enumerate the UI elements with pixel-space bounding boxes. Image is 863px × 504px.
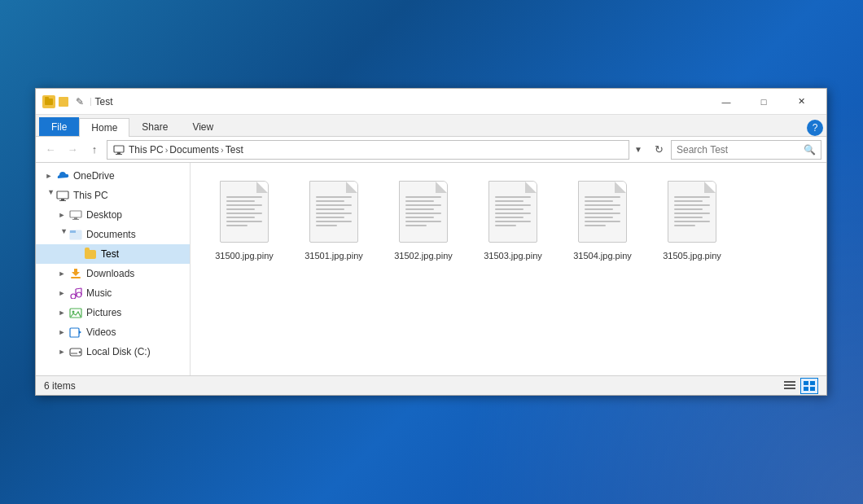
details-view-btn[interactable]	[781, 378, 799, 394]
thispc-expand-arrow: ►	[42, 189, 55, 202]
doc-icon-2	[399, 181, 448, 243]
close-button[interactable]: ✕	[782, 89, 820, 115]
qat-icon-1	[59, 97, 68, 107]
up-button[interactable]: ↑	[85, 140, 104, 160]
documents-label: Documents	[86, 229, 136, 240]
ribbon-tabs: File Home Share View ?	[36, 115, 826, 136]
file-icon-0	[215, 176, 274, 248]
svg-point-13	[71, 294, 76, 299]
svg-rect-26	[784, 384, 795, 386]
svg-rect-4	[61, 199, 64, 200]
svg-marker-11	[72, 269, 80, 276]
maximize-button[interactable]: □	[745, 89, 782, 115]
tab-share[interactable]: Share	[129, 117, 180, 136]
svg-rect-31	[810, 387, 815, 391]
videos-expand-arrow: ►	[55, 326, 68, 339]
pictures-expand-arrow: ►	[55, 306, 68, 319]
svg-rect-5	[59, 200, 66, 201]
onedrive-label: OneDrive	[73, 170, 115, 182]
svg-rect-7	[74, 217, 77, 219]
doc-icon-3	[488, 181, 537, 243]
sidebar-item-localdisk[interactable]: ► Local Disk (C:)	[36, 342, 190, 362]
svg-rect-30	[804, 387, 808, 391]
desktop-expand-arrow: ►	[55, 208, 68, 221]
file-item-3[interactable]: 31503.jpg.piny	[472, 171, 554, 266]
videos-label: Videos	[86, 327, 116, 338]
tab-file[interactable]: File	[39, 117, 79, 136]
item-count: 6 items	[44, 380, 781, 392]
file-icon-5	[663, 176, 721, 248]
address-path[interactable]: This PC › Documents › Test	[107, 140, 629, 160]
sidebar-item-downloads[interactable]: ► Downloads	[36, 264, 190, 283]
window-folder-icon	[42, 95, 55, 108]
window-title: Test	[95, 96, 707, 107]
sidebar-item-music[interactable]: ► Music	[36, 283, 190, 303]
file-icon-1	[304, 176, 363, 248]
file-name-1: 31501.jpg.piny	[304, 250, 363, 261]
localdisk-label: Local Disk (C:)	[86, 346, 151, 357]
svg-point-23	[79, 351, 81, 353]
sidebar-item-documents[interactable]: ► Documents	[36, 225, 190, 244]
onedrive-icon	[55, 169, 70, 183]
file-name-0: 31500.jpg.piny	[215, 250, 274, 261]
file-item-5[interactable]: 31505.jpg.piny	[651, 171, 733, 266]
qat-properties-btn[interactable]: ✎	[72, 94, 88, 110]
address-bar: ← → ↑ This PC › Documents › Test ▼ ↻ 🔍	[36, 137, 826, 163]
back-button[interactable]: ←	[41, 140, 60, 160]
svg-rect-10	[70, 230, 76, 233]
tiles-view-btn[interactable]	[800, 378, 818, 394]
file-item-2[interactable]: 31502.jpg.piny	[383, 171, 464, 266]
svg-rect-27	[784, 388, 795, 389]
downloads-label: Downloads	[86, 268, 134, 279]
test-folder-icon	[83, 247, 98, 261]
file-name-4: 31504.jpg.piny	[573, 250, 632, 261]
title-bar: ✎ | Test — □ ✕	[36, 89, 826, 115]
file-item-4[interactable]: 31504.jpg.piny	[562, 171, 643, 266]
svg-point-14	[77, 292, 81, 297]
svg-rect-29	[810, 381, 815, 385]
path-pc-icon	[112, 143, 125, 156]
file-name-3: 31503.jpg.piny	[484, 250, 542, 261]
sidebar-item-thispc[interactable]: ► This PC	[36, 186, 190, 205]
sidebar-item-test[interactable]: Test	[36, 244, 190, 264]
file-name-5: 31505.jpg.piny	[663, 250, 721, 261]
file-item-1[interactable]: 31501.jpg.piny	[293, 171, 375, 266]
localdisk-icon	[68, 344, 83, 359]
tab-view[interactable]: View	[180, 117, 226, 136]
file-icon-4	[573, 176, 632, 248]
doc-icon-5	[668, 181, 716, 243]
forward-button[interactable]: →	[63, 140, 82, 160]
videos-icon	[68, 325, 83, 340]
sidebar-item-pictures[interactable]: ► Pictures	[36, 303, 190, 322]
documents-expand-arrow: ►	[55, 228, 68, 241]
minimize-button[interactable]: —	[707, 89, 745, 115]
search-input[interactable]	[677, 144, 804, 156]
sidebar: ► OneDrive ► This PC ► Deskto	[36, 163, 191, 375]
window-controls: — □ ✕	[707, 89, 820, 115]
help-button[interactable]: ?	[807, 120, 823, 136]
refresh-button[interactable]: ↻	[649, 140, 668, 160]
sidebar-item-onedrive[interactable]: ► OneDrive	[36, 166, 190, 186]
status-bar: 6 items	[36, 375, 826, 395]
test-label: Test	[101, 248, 119, 260]
sidebar-item-desktop[interactable]: ► Desktop	[36, 205, 190, 225]
file-item-0[interactable]: 31500.jpg.piny	[204, 171, 285, 266]
file-name-2: 31502.jpg.piny	[394, 250, 453, 261]
doc-icon-1	[309, 181, 358, 243]
downloads-icon	[68, 266, 83, 281]
file-icon-3	[484, 176, 542, 248]
svg-point-19	[72, 311, 75, 313]
svg-rect-3	[57, 191, 68, 199]
file-icon-2	[394, 176, 453, 248]
svg-rect-8	[72, 219, 79, 220]
music-expand-arrow: ►	[55, 287, 68, 300]
thispc-icon	[55, 188, 70, 203]
path-documents: Documents	[169, 144, 219, 156]
doc-icon-4	[578, 181, 627, 243]
sidebar-item-videos[interactable]: ► Videos	[36, 322, 190, 342]
tab-home[interactable]: Home	[79, 118, 129, 137]
path-dropdown-btn[interactable]: ▼	[632, 140, 645, 160]
pictures-icon	[68, 305, 83, 320]
search-box[interactable]: 🔍	[671, 140, 821, 160]
path-test: Test	[226, 144, 243, 156]
